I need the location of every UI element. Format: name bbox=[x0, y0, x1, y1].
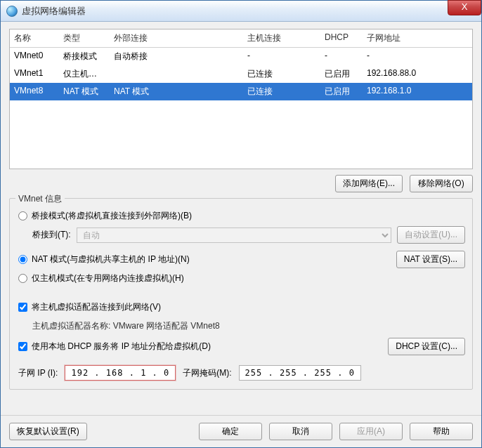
cell-type: NAT 模式 bbox=[59, 83, 110, 100]
cell-host: - bbox=[243, 48, 320, 65]
cell-dhcp: - bbox=[320, 48, 363, 65]
cell-type: 桥接模式 bbox=[59, 48, 110, 65]
bridge-radio-line: 桥接模式(将虚拟机直接连接到外部网络)(B) bbox=[17, 210, 465, 222]
apply-button[interactable]: 应用(A) bbox=[339, 423, 403, 440]
nat-radio-line: NAT 模式(与虚拟机共享主机的 IP 地址)(N) NAT 设置(S)... bbox=[17, 251, 465, 268]
subnet-mask-label: 子网掩码(M): bbox=[183, 367, 231, 379]
bottom-bar: 恢复默认设置(R) 确定 取消 应用(A) 帮助 bbox=[1, 415, 481, 447]
bridge-to-line: 桥接到(T): 自动 自动设置(U)... bbox=[32, 226, 465, 244]
window: 虚拟网络编辑器 X 名称 类型 外部连接 主机连接 DHCP 子网地址 VMne… bbox=[0, 0, 482, 448]
cell-subnet: - bbox=[363, 48, 472, 65]
remove-network-button[interactable]: 移除网络(O) bbox=[410, 175, 473, 192]
subnet-ip-label: 子网 IP (I): bbox=[18, 367, 58, 379]
dhcp-checkbox[interactable] bbox=[18, 342, 27, 351]
cell-dhcp: 已启用 bbox=[320, 65, 363, 83]
table-header: 名称 类型 外部连接 主机连接 DHCP 子网地址 bbox=[10, 29, 472, 48]
col-subnet[interactable]: 子网地址 bbox=[363, 29, 472, 47]
cancel-button[interactable]: 取消 bbox=[269, 423, 332, 440]
cell-name: VMnet1 bbox=[10, 65, 59, 83]
dhcp-settings-button[interactable]: DHCP 设置(C)... bbox=[388, 338, 465, 355]
col-ext[interactable]: 外部连接 bbox=[110, 29, 243, 47]
close-button[interactable]: X bbox=[448, 0, 481, 15]
table-row[interactable]: VMnet8 NAT 模式 NAT 模式 已连接 已启用 192.168.1.0 bbox=[10, 83, 472, 100]
nat-settings-button[interactable]: NAT 设置(S)... bbox=[396, 251, 465, 268]
add-network-button[interactable]: 添加网络(E)... bbox=[335, 175, 403, 192]
table-buttons: 添加网络(E)... 移除网络(O) bbox=[9, 175, 473, 192]
table-row[interactable]: VMnet0 桥接模式 自动桥接 - - - bbox=[10, 48, 472, 65]
host-adapter-check-line: 将主机虚拟适配器连接到此网络(V) bbox=[17, 301, 465, 313]
ok-button[interactable]: 确定 bbox=[199, 423, 262, 440]
cell-name: VMnet8 bbox=[10, 83, 59, 100]
titlebar: 虚拟网络编辑器 X bbox=[1, 1, 481, 22]
col-dhcp[interactable]: DHCP bbox=[320, 29, 363, 47]
cell-ext bbox=[110, 65, 243, 83]
window-title: 虚拟网络编辑器 bbox=[22, 5, 86, 18]
host-adapter-check-label: 将主机虚拟适配器连接到此网络(V) bbox=[32, 301, 161, 313]
auto-settings-button[interactable]: 自动设置(U)... bbox=[397, 226, 465, 244]
content-area: 名称 类型 外部连接 主机连接 DHCP 子网地址 VMnet0 桥接模式 自动… bbox=[1, 22, 481, 415]
dhcp-check-line: 使用本地 DHCP 服务将 IP 地址分配给虚拟机(D) DHCP 设置(C).… bbox=[17, 338, 465, 355]
host-adapter-name: 主机虚拟适配器名称: VMware 网络适配器 VMnet8 bbox=[32, 320, 220, 332]
col-name[interactable]: 名称 bbox=[10, 29, 59, 47]
nat-radio[interactable] bbox=[18, 255, 27, 264]
app-icon bbox=[6, 6, 18, 17]
cell-host: 已连接 bbox=[243, 83, 320, 100]
col-host[interactable]: 主机连接 bbox=[243, 29, 320, 47]
hostonly-radio[interactable] bbox=[18, 274, 27, 283]
cell-subnet: 192.168.88.0 bbox=[363, 65, 472, 83]
hostonly-radio-label: 仅主机模式(在专用网络内连接虚拟机)(H) bbox=[32, 272, 184, 284]
cell-host: 已连接 bbox=[243, 65, 320, 83]
host-adapter-checkbox[interactable] bbox=[18, 303, 27, 312]
table-row[interactable]: VMnet1 仅主机… 已连接 已启用 192.168.88.0 bbox=[10, 65, 472, 83]
cell-ext: 自动桥接 bbox=[110, 48, 243, 65]
bridge-radio[interactable] bbox=[18, 211, 27, 220]
ip-row: 子网 IP (I): 192 . 168 . 1 . 0 子网掩码(M): 25… bbox=[18, 365, 465, 381]
help-button[interactable]: 帮助 bbox=[410, 423, 473, 440]
bridge-to-label: 桥接到(T): bbox=[32, 229, 71, 241]
cell-type: 仅主机… bbox=[59, 65, 110, 83]
dhcp-check-label: 使用本地 DHCP 服务将 IP 地址分配给虚拟机(D) bbox=[32, 341, 211, 353]
network-table: 名称 类型 外部连接 主机连接 DHCP 子网地址 VMnet0 桥接模式 自动… bbox=[9, 29, 473, 169]
subnet-mask-field[interactable]: 255 . 255 . 255 . 0 bbox=[239, 365, 361, 381]
cell-name: VMnet0 bbox=[10, 48, 59, 65]
group-title: VMnet 信息 bbox=[15, 193, 65, 205]
cell-subnet: 192.168.1.0 bbox=[363, 83, 472, 100]
subnet-ip-field[interactable]: 192 . 168 . 1 . 0 bbox=[65, 365, 176, 381]
col-type[interactable]: 类型 bbox=[59, 29, 110, 47]
bridge-radio-label: 桥接模式(将虚拟机直接连接到外部网络)(B) bbox=[32, 210, 192, 222]
cell-dhcp: 已启用 bbox=[320, 83, 363, 100]
restore-defaults-button[interactable]: 恢复默认设置(R) bbox=[9, 423, 87, 440]
cell-ext: NAT 模式 bbox=[110, 83, 243, 100]
table-body: VMnet0 桥接模式 自动桥接 - - - VMnet1 仅主机… 已连接 已… bbox=[10, 48, 472, 169]
bridge-to-select[interactable]: 自动 bbox=[77, 228, 392, 243]
nat-radio-label: NAT 模式(与虚拟机共享主机的 IP 地址)(N) bbox=[32, 253, 190, 265]
vmnet-info-group: VMnet 信息 桥接模式(将虚拟机直接连接到外部网络)(B) 桥接到(T): … bbox=[9, 198, 473, 390]
hostonly-radio-line: 仅主机模式(在专用网络内连接虚拟机)(H) bbox=[17, 272, 465, 284]
